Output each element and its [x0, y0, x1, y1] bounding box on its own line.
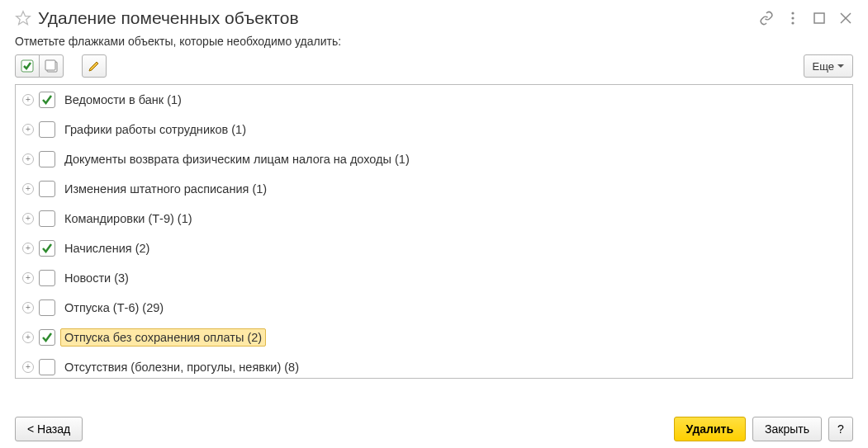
maximize-icon[interactable]: [812, 11, 827, 26]
item-label: Графики работы сотрудников (1): [60, 120, 250, 139]
item-label: Начисления (2): [60, 239, 154, 257]
close-icon[interactable]: [838, 11, 853, 26]
list-item[interactable]: +Отсутствия (болезни, прогулы, неявки) (…: [16, 352, 852, 379]
item-checkbox[interactable]: [39, 121, 55, 138]
list-item[interactable]: +Ведомости в банк (1): [16, 85, 852, 115]
edit-button[interactable]: [82, 54, 107, 78]
chevron-down-icon: [837, 64, 844, 68]
list-item[interactable]: +Новости (3): [16, 263, 852, 293]
items-list[interactable]: +Ведомости в банк (1)+Графики работы сот…: [15, 84, 853, 379]
item-label: Отпуска (Т-6) (29): [60, 299, 168, 317]
more-vertical-icon[interactable]: [785, 11, 800, 26]
expand-icon[interactable]: +: [22, 243, 34, 254]
item-checkbox[interactable]: [39, 270, 55, 286]
list-item[interactable]: +Графики работы сотрудников (1): [16, 115, 852, 144]
help-button[interactable]: ?: [828, 417, 853, 441]
expand-icon[interactable]: +: [22, 302, 34, 314]
list-item[interactable]: +Командировки (Т-9) (1): [16, 204, 852, 233]
item-label: Новости (3): [60, 269, 133, 287]
more-actions-button[interactable]: Еще: [804, 54, 853, 78]
expand-icon[interactable]: +: [22, 332, 34, 343]
expand-icon[interactable]: +: [22, 213, 34, 224]
item-checkbox[interactable]: [39, 359, 55, 375]
item-label: Изменения штатного расписания (1): [60, 180, 271, 198]
svg-rect-9: [45, 60, 55, 70]
list-item[interactable]: +Документы возврата физическим лицам нал…: [16, 144, 852, 174]
list-item[interactable]: +Отпуска без сохранения оплаты (2): [16, 323, 852, 352]
item-checkbox[interactable]: [39, 92, 55, 108]
close-button[interactable]: Закрыть: [752, 417, 822, 441]
instruction-text: Отметьте флажками объекты, которые необх…: [0, 31, 868, 54]
back-button[interactable]: < Назад: [15, 417, 83, 441]
item-checkbox[interactable]: [39, 240, 55, 257]
expand-icon[interactable]: +: [22, 153, 34, 165]
favorite-star-icon[interactable]: [15, 10, 31, 26]
link-icon[interactable]: [759, 11, 774, 26]
svg-point-1: [791, 12, 794, 14]
item-label: Командировки (Т-9) (1): [60, 210, 197, 228]
list-item[interactable]: +Отпуска (Т-6) (29): [16, 293, 852, 323]
item-label: Отсутствия (болезни, прогулы, неявки) (8…: [60, 358, 303, 376]
svg-marker-0: [17, 12, 31, 25]
page-title: Удаление помеченных объектов: [38, 8, 759, 28]
list-item[interactable]: +Изменения штатного расписания (1): [16, 174, 852, 204]
item-checkbox[interactable]: [39, 299, 55, 316]
item-checkbox[interactable]: [39, 329, 55, 346]
item-label: Документы возврата физическим лицам нало…: [60, 150, 414, 168]
svg-rect-4: [814, 13, 824, 23]
more-actions-label: Еще: [813, 60, 834, 73]
uncheck-all-button[interactable]: [39, 54, 64, 78]
svg-point-3: [791, 21, 794, 24]
svg-point-2: [791, 17, 794, 19]
item-checkbox[interactable]: [39, 151, 55, 167]
expand-icon[interactable]: +: [22, 361, 34, 373]
expand-icon[interactable]: +: [22, 124, 34, 135]
delete-button[interactable]: Удалить: [674, 417, 746, 441]
check-all-button[interactable]: [15, 54, 40, 78]
expand-icon[interactable]: +: [22, 272, 34, 284]
item-label: Ведомости в банк (1): [60, 91, 186, 109]
item-label: Отпуска без сохранения оплаты (2): [60, 328, 266, 347]
item-checkbox[interactable]: [39, 181, 55, 197]
expand-icon[interactable]: +: [22, 94, 34, 106]
list-item[interactable]: +Начисления (2): [16, 233, 852, 263]
expand-icon[interactable]: +: [22, 183, 34, 195]
item-checkbox[interactable]: [39, 210, 55, 227]
